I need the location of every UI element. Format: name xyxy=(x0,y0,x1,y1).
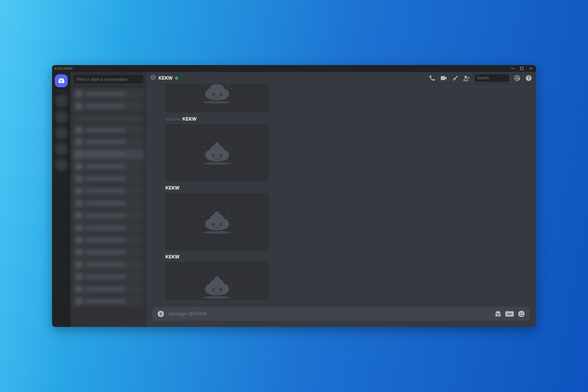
chat-area: KEKW xyxy=(146,72,536,327)
app-title: DISCORD xyxy=(54,67,73,70)
list-item[interactable] xyxy=(73,186,144,196)
video-call-button[interactable] xyxy=(440,75,447,82)
message: 10:52 PM KEKW xyxy=(146,116,536,181)
add-friend-button[interactable] xyxy=(463,75,470,82)
image-embed[interactable] xyxy=(165,262,269,300)
server-item[interactable] xyxy=(55,142,68,155)
dm-list xyxy=(70,87,146,327)
message-username[interactable]: KEKW xyxy=(165,185,180,191)
search-box[interactable] xyxy=(475,74,509,82)
svg-point-11 xyxy=(213,94,214,95)
svg-text:GIF: GIF xyxy=(507,312,512,316)
server-item[interactable] xyxy=(55,158,68,172)
emoji-button[interactable] xyxy=(518,310,525,318)
list-item[interactable] xyxy=(73,101,144,111)
svg-point-41 xyxy=(520,313,521,314)
poop-placeholder-icon xyxy=(194,272,240,302)
svg-point-9 xyxy=(203,101,231,104)
svg-point-40 xyxy=(518,311,525,317)
svg-point-36 xyxy=(228,279,229,280)
home-button[interactable] xyxy=(55,74,68,87)
svg-point-32 xyxy=(213,289,214,291)
image-embed[interactable] xyxy=(165,193,269,250)
list-item[interactable] xyxy=(73,235,144,245)
help-button[interactable]: ? xyxy=(525,75,532,82)
titlebar: DISCORD xyxy=(52,65,536,72)
list-item[interactable] xyxy=(73,198,144,209)
svg-point-42 xyxy=(522,313,523,314)
list-item[interactable] xyxy=(73,222,144,233)
server-separator xyxy=(57,90,66,91)
discord-window: DISCORD xyxy=(52,65,536,327)
discord-logo-icon xyxy=(57,77,65,85)
gift-button[interactable] xyxy=(495,310,501,317)
list-item[interactable] xyxy=(73,210,144,221)
message-username[interactable]: KEKW xyxy=(183,116,197,122)
svg-point-22 xyxy=(228,145,229,146)
svg-point-28 xyxy=(206,222,207,223)
svg-point-3 xyxy=(465,76,467,78)
svg-point-2 xyxy=(152,76,154,78)
channel-header: KEKW xyxy=(146,72,536,84)
list-item[interactable] xyxy=(73,296,144,307)
gif-button[interactable]: GIF xyxy=(505,311,514,317)
maximize-button[interactable] xyxy=(519,66,524,71)
list-header xyxy=(73,115,144,122)
composer[interactable]: GIF xyxy=(152,307,530,321)
svg-text:?: ? xyxy=(528,75,530,80)
list-item[interactable] xyxy=(73,88,144,99)
message: KEKW xyxy=(146,254,536,300)
voice-call-button[interactable] xyxy=(429,75,436,82)
message xyxy=(146,84,536,113)
svg-point-13 xyxy=(220,94,222,95)
at-icon xyxy=(150,74,156,82)
svg-point-25 xyxy=(213,224,214,225)
message-timestamp: 10:52 PM xyxy=(165,118,180,121)
svg-point-1 xyxy=(151,75,155,80)
svg-point-20 xyxy=(220,155,222,157)
close-button[interactable] xyxy=(528,66,534,71)
list-item[interactable] xyxy=(73,161,144,172)
svg-point-18 xyxy=(213,155,214,157)
server-item[interactable] xyxy=(55,94,68,107)
server-item[interactable] xyxy=(55,126,68,139)
svg-point-29 xyxy=(228,214,229,215)
message-list: 10:52 PM KEKW xyxy=(146,84,536,304)
poop-placeholder-icon xyxy=(194,207,240,237)
find-conversation-input[interactable] xyxy=(74,75,143,83)
poop-placeholder-icon xyxy=(194,84,240,106)
server-list xyxy=(52,72,70,327)
svg-point-23 xyxy=(203,231,231,234)
svg-point-21 xyxy=(206,154,207,154)
message-username[interactable]: KEKW xyxy=(165,254,180,260)
list-item[interactable] xyxy=(73,284,144,294)
poop-placeholder-icon xyxy=(194,138,240,168)
list-item[interactable] xyxy=(73,271,144,282)
list-item[interactable] xyxy=(73,259,144,270)
minimize-button[interactable] xyxy=(510,66,515,71)
message: KEKW xyxy=(146,185,536,250)
svg-point-15 xyxy=(228,84,229,85)
pinned-messages-button[interactable] xyxy=(452,75,459,82)
list-item[interactable] xyxy=(73,247,144,258)
status-online-icon xyxy=(175,77,178,80)
list-item[interactable] xyxy=(73,149,144,160)
image-embed[interactable] xyxy=(165,84,269,113)
attach-button[interactable] xyxy=(157,310,165,318)
image-embed[interactable] xyxy=(165,124,269,181)
dm-sidebar xyxy=(70,72,146,327)
list-item[interactable] xyxy=(73,124,144,135)
list-item[interactable] xyxy=(73,173,144,184)
svg-point-30 xyxy=(203,296,231,299)
message-input[interactable] xyxy=(168,311,491,317)
svg-point-5 xyxy=(514,75,520,81)
composer-area: GIF xyxy=(146,304,536,327)
svg-point-27 xyxy=(220,224,222,225)
channel-name: KEKW xyxy=(158,75,173,81)
server-item[interactable] xyxy=(55,110,68,123)
svg-rect-0 xyxy=(521,67,523,70)
svg-point-35 xyxy=(206,287,207,288)
list-item[interactable] xyxy=(73,137,144,147)
inbox-button[interactable] xyxy=(514,75,521,82)
svg-point-16 xyxy=(203,162,231,165)
